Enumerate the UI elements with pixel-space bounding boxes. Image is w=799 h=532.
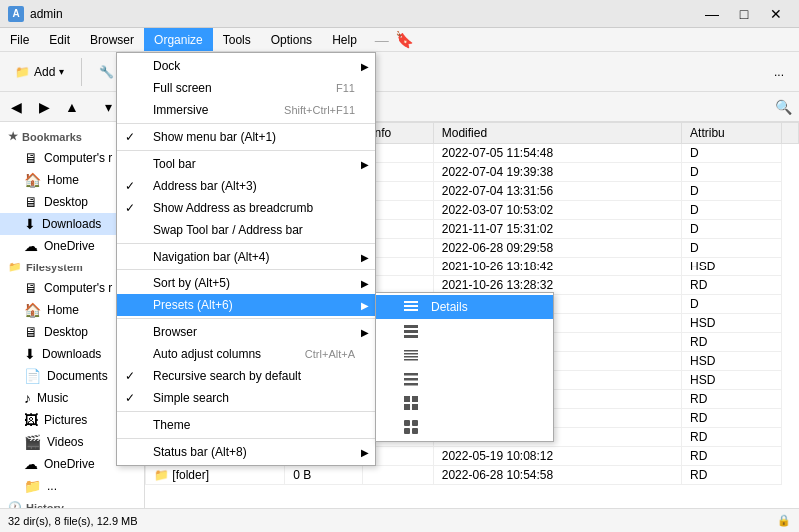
add-button[interactable]: 📁 Add ▾ (4, 56, 75, 88)
submenu-details[interactable]: Details (376, 295, 553, 319)
title-bar: A admin — □ ✕ (0, 0, 799, 28)
downloads-icon: ⬇ (24, 216, 36, 232)
menu-address-bar[interactable]: ✓ Address bar (Alt+3) (117, 175, 375, 197)
cell-modified: 2022-06-28 09:29:58 (433, 239, 681, 258)
svg-rect-13 (404, 396, 410, 402)
sidebar-label: Downloads (42, 347, 101, 361)
menu-tools[interactable]: Tools (213, 28, 261, 51)
up-button[interactable]: ▲ (60, 95, 84, 119)
maximize-button[interactable]: □ (729, 4, 759, 24)
menu-browser[interactable]: Browser (80, 28, 144, 51)
menu-help[interactable]: Help (322, 28, 367, 51)
menu-immersive[interactable]: Immersive Shift+Ctrl+F11 (117, 99, 375, 121)
details-icon (403, 299, 419, 315)
submenu-details-large[interactable]: Details, large (376, 319, 553, 343)
submenu-icons-images[interactable]: Icons and images (376, 391, 553, 415)
status-text: 32 dir(s), 8 file(s), 12.9 MB (8, 515, 138, 527)
cell-attrib: RD (682, 333, 782, 352)
cell-attrib: D (682, 144, 782, 163)
onedrive-icon: ☁ (24, 238, 38, 254)
sidebar-item-more[interactable]: 📁 ... (0, 475, 144, 497)
cell-modified: 2022-05-19 10:08:12 (433, 447, 681, 466)
menu-options[interactable]: Options (261, 28, 322, 51)
menu-edit[interactable]: Edit (39, 28, 80, 51)
minimize-button[interactable]: — (697, 4, 727, 24)
more-icon: 📁 (24, 478, 41, 494)
sidebar-label: Videos (47, 435, 83, 449)
history-group[interactable]: 🕐 History (0, 497, 144, 508)
menu-auto-adjust[interactable]: Auto adjust columns Ctrl+Alt+A (117, 343, 375, 365)
menu-organize[interactable]: Organize (144, 28, 213, 51)
sidebar-label: ... (47, 479, 57, 493)
menu-toolbar[interactable]: Tool bar (117, 153, 375, 175)
downloads-icon-2: ⬇ (24, 346, 36, 362)
list-large-icon (403, 371, 419, 387)
computer-icon: 🖥 (24, 150, 38, 166)
desktop-icon-2: 🖥 (24, 324, 38, 340)
history-icon: 🕐 (8, 501, 22, 508)
search-button[interactable]: 🔍 (771, 95, 795, 119)
menu-sep-1 (117, 123, 375, 124)
submenu-list-large[interactable]: List, large (376, 367, 553, 391)
documents-icon: 📄 (24, 368, 41, 384)
cell-attrib: D (682, 220, 782, 239)
menu-file[interactable]: File (0, 28, 39, 51)
back-button[interactable]: ◀ (4, 95, 28, 119)
sidebar-label: OneDrive (44, 239, 95, 253)
sidebar-label: Documents (47, 369, 108, 383)
cell-modified: 2022-07-04 13:31:56 (433, 182, 681, 201)
cell-attrib: RD (682, 428, 782, 447)
forward-button[interactable]: ▶ (32, 95, 56, 119)
svg-rect-4 (404, 330, 418, 333)
sidebar-label: Desktop (44, 325, 88, 339)
menu-swap-toolbar[interactable]: Swap Tool bar / Address bar (117, 219, 375, 241)
cell-attrib: HSD (682, 258, 782, 276)
menu-theme[interactable]: Theme (117, 414, 375, 436)
submenu-large-images[interactable]: Large images (376, 415, 553, 439)
cell-modified: 2022-07-05 11:54:48 (433, 144, 681, 163)
menu-browser-item[interactable]: Browser (117, 321, 375, 343)
add-dropdown-icon[interactable]: ▾ (59, 66, 64, 77)
sidebar-label: Computer's r (44, 151, 112, 165)
svg-rect-0 (404, 301, 418, 303)
menu-presets[interactable]: Presets (Alt+6) Details Details, large L… (117, 294, 375, 316)
menu-status-bar[interactable]: Status bar (Alt+8) (117, 441, 375, 463)
app-icon: A (8, 6, 24, 22)
menu-nav-bar[interactable]: Navigation bar (Alt+4) (117, 246, 375, 267)
menu-fullscreen[interactable]: Full screen F11 (117, 77, 375, 99)
menu-dock[interactable]: Dock (117, 55, 375, 77)
menu-sep-2 (117, 150, 375, 151)
menu-simple-search[interactable]: ✓ Simple search (117, 387, 375, 409)
col-attrib[interactable]: Attribu (682, 123, 782, 144)
cell-modified: 2022-07-04 19:39:38 (433, 163, 681, 182)
menu-recursive[interactable]: ✓ Recursive search by default (117, 365, 375, 387)
cell-modified: 2022-06-28 10:54:58 (433, 466, 681, 485)
more-button[interactable]: ... (763, 56, 795, 88)
cell-size: 0 B (285, 466, 363, 485)
col-modified[interactable]: Modified (433, 123, 681, 144)
sidebar-label: OneDrive (44, 457, 95, 471)
test-icon: 🔧 (99, 65, 114, 79)
details-large-icon (403, 323, 419, 339)
sidebar-label: Computer's r (44, 281, 112, 295)
cell-attrib: D (682, 201, 782, 220)
show-menubar-check: ✓ (125, 130, 145, 144)
bookmarks-label: Bookmarks (22, 131, 82, 143)
svg-rect-16 (412, 404, 418, 410)
menu-show-menubar[interactable]: ✓ Show menu bar (Alt+1) (117, 126, 375, 148)
sidebar-label: Pictures (44, 413, 87, 427)
svg-rect-15 (404, 404, 410, 410)
svg-rect-7 (404, 353, 418, 355)
menu-show-address-breadcrumb[interactable]: ✓ Show Address as breadcrumb (117, 197, 375, 219)
table-row[interactable]: 📁 [folder] 0 B 2022-06-28 10:54:58 RD (146, 466, 799, 485)
svg-rect-20 (412, 428, 418, 434)
submenu-list[interactable]: List (376, 343, 553, 367)
cell-attrib: RD (682, 409, 782, 428)
menu-sort-by[interactable]: Sort by (Alt+5) (117, 272, 375, 294)
home-icon-2: 🏠 (24, 302, 41, 318)
cell-modified: 2021-10-26 13:18:42 (433, 258, 681, 276)
filesystem-label: Filesystem (26, 262, 83, 273)
close-button[interactable]: ✕ (761, 4, 791, 24)
svg-rect-1 (404, 305, 418, 307)
svg-rect-17 (404, 420, 410, 426)
